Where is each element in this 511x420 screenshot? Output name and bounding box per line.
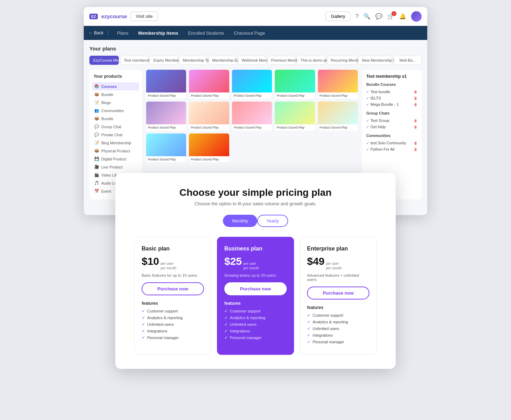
plan-tab-2[interactable]: Expiry Membership Check [150, 56, 178, 65]
plan-tab-5[interactable]: Webhook Membership [238, 56, 266, 65]
plan-tab-7[interactable]: This is demo plans for check [297, 56, 326, 65]
sidebar-item-blogs[interactable]: 📝Blogs [92, 98, 139, 106]
plan-tab-8[interactable]: Recurring Membership Check [327, 56, 357, 65]
plan-tab-6[interactable]: Premium Membership Plan [267, 56, 295, 65]
bundle-courses-item-left-0: ✓ Test bundle [366, 90, 390, 94]
product-name-5: Product Sound Play [146, 124, 186, 131]
bundle-courses-title: Bundle Courses [366, 82, 417, 87]
search-icon[interactable]: 🔍 [363, 13, 370, 20]
delete-icon-0[interactable]: 🗑 [414, 141, 417, 145]
avatar[interactable] [411, 11, 422, 22]
breadcrumb-enrolled[interactable]: Enrolled Students [183, 30, 229, 36]
breadcrumb-checkout[interactable]: Checkout Page [229, 30, 270, 36]
yearly-toggle[interactable]: Yearly [257, 215, 288, 227]
product-thumb-1 [189, 70, 229, 92]
bell-icon[interactable]: 🔔 [399, 13, 406, 20]
feature-check-icon-3: ✓ [142, 329, 145, 333]
product-card-1[interactable]: Product Sound Play [189, 70, 229, 99]
feature-check-icon-0: ✓ [307, 313, 311, 318]
product-name-0: Product Sound Play [146, 92, 186, 99]
group-chats-item-left-1: ✓ Get Help [366, 125, 386, 129]
sidebar-icon-13: 📅 [94, 189, 99, 193]
plan-tab-9[interactable]: New Membership Duplication check [358, 56, 393, 65]
delete-icon-1[interactable]: 🗑 [414, 96, 417, 100]
bundle-courses-item-2: ✓ Mega Bundle - 1 🗑 [366, 101, 417, 108]
chat-icon[interactable]: 💬 [375, 13, 382, 20]
plan-tab-0[interactable]: EzyCourse Membership Plan [89, 56, 119, 65]
product-card-0[interactable]: Product Sound Play [146, 70, 186, 99]
sidebar-item-blog-membership[interactable]: 📝Blog Membership [92, 139, 139, 147]
product-card-7[interactable]: Product Sound Play [232, 102, 272, 131]
sidebar-item-physical-product[interactable]: 📦Physical Product [92, 147, 139, 155]
delete-icon-2[interactable]: 🗑 [414, 103, 417, 106]
product-name-10: Product Sound Play [146, 156, 186, 163]
delete-icon-1[interactable]: 🗑 [414, 125, 417, 129]
sidebar-icon-4: 📦 [94, 116, 99, 121]
product-card-2[interactable]: Product Sound Play [232, 70, 272, 99]
group-chats-list: ✓ Test Group 🗑 ✓ Get Help 🗑 [366, 117, 417, 130]
breadcrumb-membership-items[interactable]: Membership items [134, 30, 183, 36]
plan-tab-1[interactable]: Test membership s1 [120, 56, 148, 65]
product-name-1: Product Sound Play [189, 92, 229, 99]
feature-label-basic-2: Unlimited users [147, 322, 174, 326]
sidebar-item-bundle[interactable]: 📦Bundle [92, 90, 139, 98]
sidebar-label-10: Live Product [101, 165, 123, 169]
billing-toggle: Monthly Yearly [127, 215, 384, 227]
product-thumb-2 [232, 70, 272, 92]
plan-tab-4[interactable]: Membership Expanded [209, 56, 237, 65]
product-name-3: Product Sound Play [275, 92, 315, 99]
purchase-button-basic[interactable]: Purchase now [142, 282, 204, 295]
gallery-button[interactable]: Gallery [326, 12, 350, 21]
sidebar-item-courses[interactable]: 📚Courses [92, 82, 139, 90]
price-amount-business: $25 [224, 255, 242, 267]
feature-check-icon-3: ✓ [224, 329, 228, 333]
cart-button[interactable]: 🛒 1 [387, 13, 394, 20]
purchase-button-business[interactable]: Purchase now [224, 282, 287, 295]
check-icon-1: ✓ [366, 96, 369, 100]
feature-label-basic-1: Analytics & reporting [147, 316, 183, 320]
feature-item-basic-2: ✓ Unlimited users [142, 322, 204, 327]
product-card-10[interactable]: Product Sound Play [146, 133, 186, 163]
feature-label-business-4: Personal manager [230, 336, 261, 340]
product-card-5[interactable]: Product Sound Play [146, 102, 186, 131]
product-thumb-0 [146, 70, 186, 92]
plan-tab-3[interactable]: Membership Tab: update [179, 56, 207, 65]
delete-icon-1[interactable]: 🗑 [414, 147, 417, 151]
sidebar-item-communities[interactable]: 👥Communities [92, 106, 139, 115]
visit-site-button[interactable]: Visit site [130, 12, 158, 21]
feature-check-icon-1: ✓ [142, 315, 145, 320]
delete-icon-0[interactable]: 🗑 [414, 90, 417, 94]
product-thumb-6 [189, 102, 229, 124]
product-thumb-11 [189, 133, 229, 156]
sidebar-item-bundle[interactable]: 📦Bundle [92, 115, 139, 123]
communities-list-item-name-0: test Solo Community [370, 141, 406, 145]
product-card-6[interactable]: Product Sound Play [189, 102, 229, 131]
feature-item-enterprise-3: ✓ Integrations [307, 333, 369, 338]
your-plans-title: Your plans [89, 46, 422, 51]
breadcrumb-plans[interactable]: Plans [112, 30, 134, 36]
product-name-9: Product Sound Play [318, 124, 358, 131]
feature-label-enterprise-2: Unlimited users [313, 326, 339, 331]
feature-check-icon-0: ✓ [142, 309, 145, 314]
bundle-courses-item-1: ✓ IELTS 🗑 [366, 95, 417, 101]
sidebar-item-group-chat[interactable]: 💬Group Chat [92, 123, 139, 131]
back-button[interactable]: ← Back [89, 30, 108, 35]
bundle-courses-item-left-1: ✓ IELTS [366, 96, 381, 100]
price-meta-business: per userper month [243, 261, 259, 270]
product-card-8[interactable]: Product Sound Play [275, 102, 315, 131]
feature-check-icon-4: ✓ [307, 339, 311, 344]
product-card-9[interactable]: Product Sound Play [318, 102, 358, 131]
features-title-enterprise: features [307, 305, 369, 310]
sidebar-item-digital-product[interactable]: 💾Digital Product [92, 155, 139, 163]
help-icon[interactable]: ? [355, 13, 359, 20]
monthly-toggle[interactable]: Monthly [223, 215, 257, 227]
plan-tab-10[interactable]: Well-Be... [394, 56, 422, 65]
check-icon-0: ✓ [366, 119, 369, 123]
sidebar-item-private-chat[interactable]: 💬Private Chat [92, 131, 139, 139]
product-card-3[interactable]: Product Sound Play [275, 70, 315, 99]
product-card-4[interactable]: Product Sound Play [318, 70, 358, 99]
product-card-11[interactable]: Product Sound Play [189, 133, 229, 163]
purchase-button-enterprise[interactable]: Purchase now [307, 287, 369, 299]
sidebar-item-live-product[interactable]: 🎥Live Product [92, 163, 139, 171]
delete-icon-0[interactable]: 🗑 [414, 119, 417, 123]
